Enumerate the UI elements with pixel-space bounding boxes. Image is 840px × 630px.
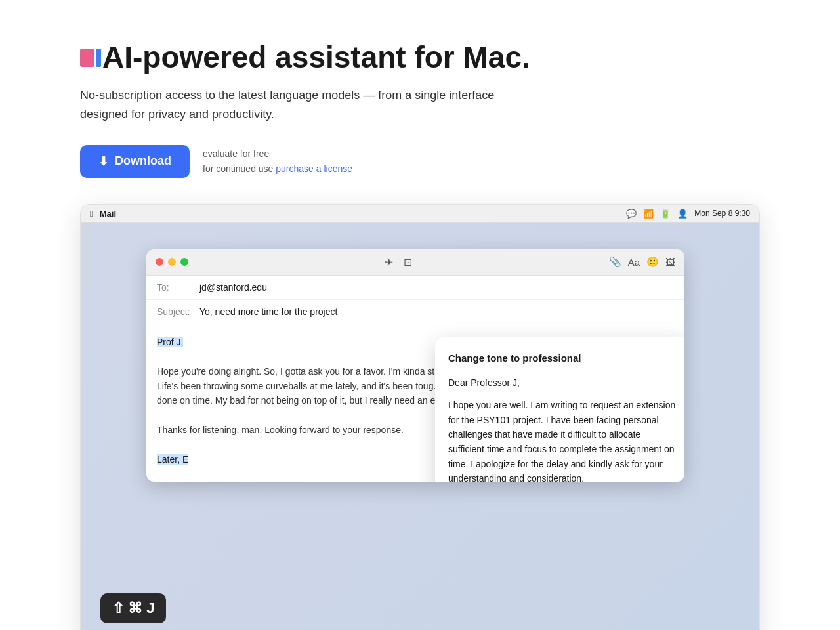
logo-mark [80,49,101,67]
subject-value[interactable]: Yo, need more time for the project [200,306,337,317]
title-suffix: -powered assistant for Mac. [133,39,530,75]
ai-popup-title: Change tone to professional [448,350,678,366]
body-salutation: Prof J, [157,337,183,347]
hero-subtitle: No-subscription access to the latest lan… [80,86,539,124]
close-button[interactable] [156,258,163,266]
compose-window: ✈ ⊡ 📎 Aa 🙂 🖼 To: jd@stanford.edu Subject… [146,249,684,482]
hero-section: AI-powered assistant for Mac. No-subscri… [0,0,840,204]
maximize-button[interactable] [180,258,188,266]
image-button[interactable]: 🖼 [665,256,675,268]
user-icon: 👤 [677,209,688,219]
menubar-left:  Mail [90,209,116,219]
mail-area: ✈ ⊡ 📎 Aa 🙂 🖼 To: jd@stanford.edu Subject… [81,223,759,630]
compose-titlebar: ✈ ⊡ 📎 Aa 🙂 🖼 [146,249,684,276]
compose-fields: To: jd@stanford.edu Subject: Yo, need mo… [146,276,684,324]
cta-continued: for continued use [203,163,273,174]
ai-popup: Change tone to professional Dear Profess… [435,337,684,482]
mac-menubar:  Mail 💬 📶 🔋 👤 Mon Sep 8 9:30 [81,205,759,223]
apple-logo-icon:  [90,209,93,219]
title-ai: AI [102,39,133,75]
demo-container:  Mail 💬 📶 🔋 👤 Mon Sep 8 9:30 ✈ [80,204,760,630]
compose-actions: ✈ ⊡ [385,256,412,268]
cta-text: evaluate for free for continued use purc… [203,146,352,176]
to-value[interactable]: jd@stanford.edu [200,282,267,293]
subject-field-row: Subject: Yo, need more time for the proj… [146,300,684,324]
send-button[interactable]: ✈ [385,256,393,268]
minimize-button[interactable] [168,258,176,266]
logo-blue-box [96,49,101,67]
font-button[interactable]: Aa [628,256,640,268]
body-closing: Later, E [157,454,188,465]
cta-eval: evaluate for free [203,148,269,159]
purchase-link[interactable]: purchase a license [276,163,352,174]
menubar-datetime: Mon Sep 8 9:30 [694,209,750,218]
message-icon: 💬 [626,209,637,219]
to-field-row: To: jd@stanford.edu [146,276,684,300]
traffic-lights [156,258,188,266]
download-button[interactable]: ⬇ Download [80,145,190,178]
ai-popup-salutation: Dear Professor J, [448,375,678,390]
compose-toolbar: 📎 Aa 🙂 🖼 [609,256,675,268]
emoji-button[interactable]: 🙂 [646,256,659,268]
kbd-label: ⇧ ⌘ J [112,600,154,617]
logo-area: AI-powered assistant for Mac. [80,39,760,75]
logo-pink-box [80,49,94,67]
compose-body[interactable]: Prof J, Hope you're doing alright. So, I… [146,324,684,482]
hero-title: AI-powered assistant for Mac. [102,39,530,75]
expand-button[interactable]: ⊡ [404,256,412,268]
ai-popup-body: I hope you are well. I am writing to req… [448,398,678,482]
keyboard-shortcut-badge: ⇧ ⌘ J [100,593,166,623]
download-label: Download [115,154,171,168]
cta-row: ⬇ Download evaluate for free for continu… [80,145,760,178]
menubar-right: 💬 📶 🔋 👤 Mon Sep 8 9:30 [626,209,750,219]
subject-label: Subject: [157,306,200,317]
battery-icon: 🔋 [660,209,671,219]
menubar-app-name: Mail [100,209,116,219]
wifi-icon: 📶 [643,209,654,219]
attachment-button[interactable]: 📎 [609,256,621,268]
download-icon: ⬇ [98,154,108,169]
to-label: To: [157,282,200,293]
